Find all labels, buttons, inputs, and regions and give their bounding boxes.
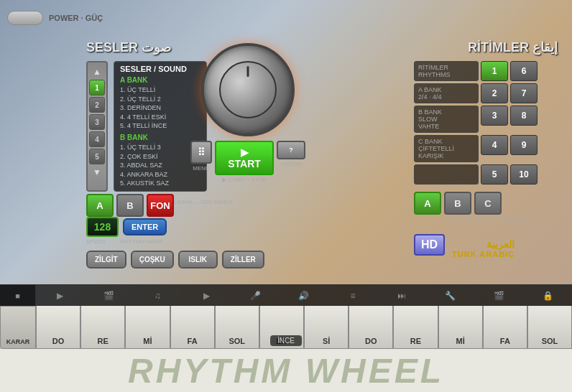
bank-b-button[interactable]: B — [116, 194, 144, 217]
icon-cell-play2[interactable]: ▶ — [183, 285, 231, 306]
hd-badge-container: HD v.1.0.1 — [414, 234, 445, 262]
speed-label: SPEED — [86, 238, 106, 245]
karar-label: KARAR — [6, 338, 30, 345]
key-label-fa2: FA — [500, 337, 510, 345]
rhythm-name-label: RHYTHM NAME — [120, 238, 163, 245]
icon-cell-film[interactable]: 🎬 — [85, 285, 134, 306]
piano-key-mi1[interactable]: Mİ — [125, 306, 170, 349]
bank-a-button[interactable]: A — [86, 194, 114, 217]
zilgit-button[interactable]: ZİLGİT — [86, 251, 126, 269]
bank-fon-button[interactable]: FON — [147, 194, 174, 217]
num-btn-5[interactable]: 5 — [89, 149, 105, 164]
ritimler-num-4[interactable]: 4 — [481, 135, 508, 155]
turk-arabic-area: العربية TURK ARABIC — [452, 238, 515, 258]
ritimler-section-2: A BANK2/4 · 4/4 — [414, 83, 479, 103]
ritimler-num-2[interactable]: 2 — [481, 83, 508, 103]
power-label: POWER · GÜÇ — [49, 14, 103, 22]
bank-a-label: A BANK — [120, 76, 200, 84]
power-button[interactable] — [7, 11, 43, 25]
piano-key-fa1[interactable]: FA — [170, 306, 215, 349]
sound-a5: 5. 4 TELLİ İNCE — [120, 121, 200, 131]
main-knob[interactable] — [201, 43, 295, 136]
sesler-subtitle: SESLER / SOUND — [120, 65, 200, 73]
piano-key-sol1[interactable]: SOL — [215, 306, 259, 349]
ritimler-num-6[interactable]: 6 — [510, 61, 538, 81]
piano-key-sol2[interactable]: SOL — [527, 306, 572, 349]
icon-cell-lock[interactable]: 🔒 — [524, 285, 572, 306]
num-btn-3[interactable]: 3 — [89, 114, 105, 130]
speed-labels: SPEED RHYTHM NAME — [86, 238, 302, 245]
rhythm-wheel-title-bar: RHYTHM WHEEL — [0, 349, 572, 392]
help-label: YARDIM — [280, 161, 303, 167]
piano-key-do2[interactable]: DO — [349, 306, 393, 349]
help-button[interactable]: ? — [277, 141, 305, 159]
help-col: ? YARDIM — [277, 141, 305, 183]
ritimler-num-1[interactable]: 1 — [481, 61, 508, 81]
rbank-b-button[interactable]: B — [444, 192, 471, 215]
menu-label: MENU — [193, 165, 210, 172]
piano-area: ■ ▶ 🎬 ♫ ▶ 🎤 🔊 ≡ ⏭ 🔧 🎬 🔒 KARAR DO RE Mİ F… — [0, 284, 572, 349]
icon-cell-play[interactable]: ▶ — [36, 285, 85, 306]
ziller-button[interactable]: ZİLLER — [222, 251, 264, 269]
icon-cell-bars[interactable]: ≡ — [328, 285, 377, 306]
icon-cell-music[interactable]: ♫ — [134, 285, 183, 306]
strip-up-arrow[interactable]: ▲ — [91, 65, 103, 78]
sound-b3: 3. ABDAL SAZ — [120, 161, 200, 170]
icon-cell-clapper[interactable]: 🎬 — [475, 285, 524, 306]
ritimler-section-3: B BANKSLOWVAHTE — [414, 106, 479, 133]
icon-cell-mic[interactable]: 🎤 — [231, 285, 280, 306]
start-col: ▶ START ▶ START / STOP — [215, 141, 274, 183]
key-label-re1: RE — [98, 337, 109, 345]
piano-key-do1[interactable]: DO — [36, 306, 80, 349]
icon-cell-wrench[interactable]: 🔧 — [426, 285, 475, 306]
piano-key-mi2[interactable]: Mİ — [438, 306, 483, 349]
sound-a4: 4. 4 TELLİ ESKİ — [120, 113, 200, 122]
speed-display: 128 — [86, 217, 119, 237]
bank-b-label: B BANK — [120, 134, 200, 141]
ritimler-panel: RİTİMLER إيقاع RİTİMLERRHYTHMS 1 6 A BAN… — [414, 39, 558, 262]
menu-button[interactable]: ⠿ — [190, 141, 212, 164]
icon-cell-speaker[interactable]: 🔊 — [280, 285, 329, 306]
piano-key-fa2[interactable]: FA — [483, 306, 527, 349]
sound-b4: 4. ANKARA BAZ — [120, 170, 200, 179]
num-btn-2[interactable]: 2 — [89, 97, 105, 113]
ritimler-num-9[interactable]: 9 — [510, 135, 538, 155]
sound-b1: 1. ÜÇ TELLİ 3 — [120, 143, 200, 152]
num-btn-4[interactable]: 4 — [89, 131, 105, 147]
turk-arabic-label: TURK ARABIC — [452, 250, 515, 258]
speed-enter-row: 128 ENTER — [86, 217, 302, 237]
knob-marker — [247, 66, 249, 77]
karar-key[interactable]: KARAR — [0, 306, 36, 349]
ince-badge: İNCE — [270, 335, 302, 346]
power-bar: POWER · GÜÇ — [7, 11, 103, 25]
start-button[interactable]: ▶ START — [215, 141, 274, 175]
menu-col: ⠿ MENU — [190, 141, 212, 183]
piano-key-re2[interactable]: RE — [393, 306, 438, 349]
karar-icon-cell: ■ — [0, 285, 36, 306]
islik-button[interactable]: ISLIK — [178, 251, 218, 269]
ritimler-num-10[interactable]: 10 — [510, 164, 538, 185]
ritimler-num-3[interactable]: 3 — [481, 106, 508, 126]
bank-buttons-area: A B FON SOUND BANK— SES BANKA — [86, 199, 302, 205]
icon-cell-skip[interactable]: ⏭ — [377, 285, 426, 306]
piano-keys-row: KARAR DO RE Mİ FA SOL LA Sİ DO RE Mİ FA … — [0, 306, 572, 349]
key-label-do2: DO — [365, 337, 377, 345]
enter-button[interactable]: ENTER — [123, 218, 167, 235]
ritimler-num-8[interactable]: 8 — [510, 106, 538, 126]
rbank-a-button[interactable]: A — [414, 192, 441, 215]
start-stop-label: ▶ START / STOP — [222, 177, 267, 183]
cosku-button[interactable]: ÇOŞKU — [131, 251, 174, 269]
sound-a3: 3. DERİNDEN — [120, 103, 200, 113]
ritimler-section-5 — [414, 164, 479, 185]
ritimler-num-5[interactable]: 5 — [481, 164, 508, 185]
hd-badge: HD — [414, 234, 445, 256]
piano-key-si1[interactable]: Sİ — [304, 306, 349, 349]
key-label-mi1: Mİ — [143, 337, 152, 345]
rhythm-wheel-text: RHYTHM WHEEL — [128, 351, 444, 391]
arabic-text: العربية — [452, 238, 515, 250]
num-btn-1[interactable]: 1 — [89, 80, 105, 95]
piano-key-re1[interactable]: RE — [80, 306, 125, 349]
strip-down-arrow[interactable]: ▼ — [91, 166, 103, 179]
ritimler-num-7[interactable]: 7 — [510, 83, 538, 103]
rbank-c-button[interactable]: C — [474, 192, 502, 215]
